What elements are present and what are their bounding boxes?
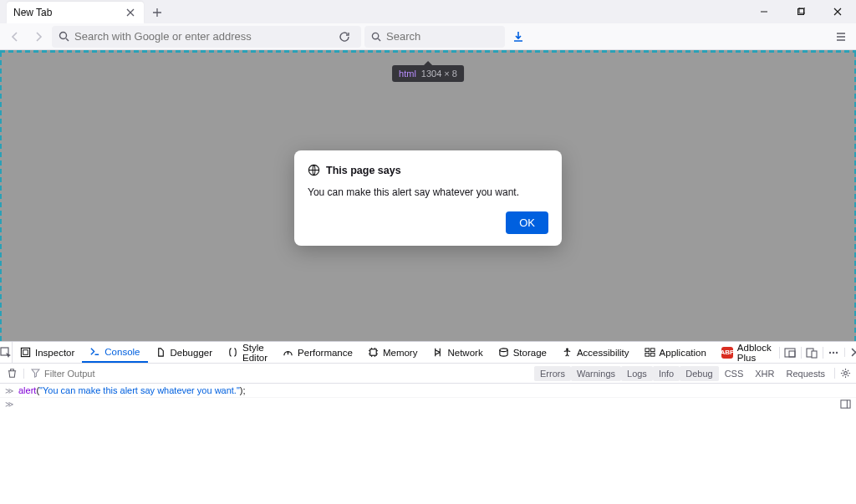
alert-ok-button[interactable]: OK bbox=[506, 211, 548, 234]
search-icon bbox=[371, 32, 381, 42]
tab-style-editor[interactable]: Style Editor bbox=[220, 342, 275, 363]
svg-rect-18 bbox=[812, 351, 817, 358]
responsive-mode-button[interactable] bbox=[801, 347, 823, 359]
new-tab-button[interactable] bbox=[150, 6, 164, 19]
filter-chips: Errors Warnings Logs Info Debug CSS XHR … bbox=[534, 366, 834, 381]
svg-point-22 bbox=[844, 372, 848, 375]
iframe-picker-button[interactable] bbox=[779, 347, 801, 359]
svg-point-3 bbox=[372, 33, 378, 38]
filter-input-wrap[interactable] bbox=[23, 369, 534, 379]
app-menu-button[interactable] bbox=[831, 27, 851, 47]
alert-message: You can make this alert say whatever you… bbox=[308, 186, 548, 198]
chip-info[interactable]: Info bbox=[653, 366, 680, 381]
chip-xhr[interactable]: XHR bbox=[749, 366, 780, 381]
search-input[interactable] bbox=[386, 30, 527, 43]
split-panel-button[interactable] bbox=[840, 399, 851, 410]
nav-bar bbox=[0, 23, 856, 50]
prompt-icon: ≫ bbox=[5, 400, 13, 409]
svg-rect-12 bbox=[650, 349, 655, 352]
tab-adblock[interactable]: ABPAdblock Plus bbox=[714, 342, 779, 363]
devtools-tabs: Inspector Console Debugger Style Editor … bbox=[0, 342, 856, 364]
downloads-button[interactable] bbox=[508, 27, 528, 47]
console-icon bbox=[89, 346, 100, 357]
style-editor-icon bbox=[227, 347, 238, 358]
search-icon bbox=[59, 31, 69, 42]
svg-rect-7 bbox=[23, 350, 28, 355]
globe-icon bbox=[308, 164, 320, 176]
devtools-more-button[interactable] bbox=[823, 347, 844, 359]
performance-icon bbox=[283, 347, 293, 358]
funnel-icon bbox=[31, 369, 40, 378]
chip-requests[interactable]: Requests bbox=[781, 366, 831, 381]
svg-rect-6 bbox=[21, 348, 29, 356]
storage-icon bbox=[498, 347, 509, 358]
prompt-icon: ≫ bbox=[5, 386, 13, 395]
tab-console[interactable]: Console bbox=[82, 342, 147, 363]
console-line: ≫ alert("You can make this alert say wha… bbox=[0, 384, 856, 398]
tab-title: New Tab bbox=[13, 7, 117, 18]
svg-rect-11 bbox=[645, 349, 649, 352]
close-tab-icon[interactable] bbox=[124, 6, 137, 19]
console-code: alert("You can make this alert say whate… bbox=[18, 385, 246, 395]
chip-css[interactable]: CSS bbox=[719, 366, 750, 381]
tab-strip: New Tab bbox=[0, 0, 856, 23]
chip-debug[interactable]: Debug bbox=[680, 366, 718, 381]
search-bar[interactable] bbox=[364, 26, 505, 48]
debugger-icon bbox=[155, 347, 166, 358]
tab-accessibility[interactable]: Accessibility bbox=[554, 342, 637, 363]
alert-dialog: This page says You can make this alert s… bbox=[294, 150, 562, 246]
forward-button[interactable] bbox=[28, 27, 48, 47]
reload-button[interactable] bbox=[334, 27, 354, 47]
tab-inspector[interactable]: Inspector bbox=[13, 342, 82, 363]
tab-memory[interactable]: Memory bbox=[360, 342, 425, 363]
filter-input[interactable] bbox=[44, 369, 534, 379]
chip-logs[interactable]: Logs bbox=[621, 366, 653, 381]
svg-point-19 bbox=[829, 351, 831, 353]
chip-errors[interactable]: Errors bbox=[534, 366, 571, 381]
svg-point-2 bbox=[60, 33, 67, 39]
devtools-panel: Inspector Console Debugger Style Editor … bbox=[0, 341, 856, 504]
inspector-highlight bbox=[0, 50, 856, 53]
inspector-highlight bbox=[0, 50, 2, 341]
back-button[interactable] bbox=[5, 27, 25, 47]
browser-tab[interactable]: New Tab bbox=[7, 2, 144, 23]
tab-application[interactable]: Application bbox=[637, 342, 714, 363]
tab-performance[interactable]: Performance bbox=[275, 342, 360, 363]
element-picker-button[interactable] bbox=[0, 342, 13, 363]
console-output: ≫ alert("You can make this alert say wha… bbox=[0, 384, 856, 504]
tab-network[interactable]: Network bbox=[425, 342, 490, 363]
url-input[interactable] bbox=[74, 30, 329, 43]
svg-point-21 bbox=[836, 351, 838, 353]
window-controls bbox=[746, 0, 856, 23]
tab-debugger[interactable]: Debugger bbox=[148, 342, 221, 363]
close-window-button[interactable] bbox=[819, 0, 856, 23]
minimize-button[interactable] bbox=[746, 0, 782, 23]
page-content: html 1304 × 8 This page says You can mak… bbox=[0, 50, 856, 341]
svg-point-20 bbox=[833, 351, 834, 353]
clear-console-button[interactable] bbox=[0, 368, 23, 379]
alert-title: This page says bbox=[326, 165, 401, 176]
svg-rect-14 bbox=[650, 353, 655, 356]
console-input-line[interactable]: ≫ bbox=[0, 398, 856, 410]
accessibility-icon bbox=[562, 347, 573, 358]
url-bar[interactable] bbox=[52, 26, 361, 48]
memory-icon bbox=[368, 347, 379, 358]
svg-point-10 bbox=[566, 348, 568, 350]
svg-rect-8 bbox=[370, 349, 376, 355]
svg-rect-13 bbox=[645, 353, 649, 356]
svg-point-9 bbox=[499, 349, 507, 352]
network-icon bbox=[432, 347, 443, 358]
maximize-button[interactable] bbox=[782, 0, 819, 23]
tab-storage[interactable]: Storage bbox=[491, 342, 554, 363]
svg-rect-23 bbox=[841, 400, 850, 408]
console-settings-button[interactable] bbox=[834, 368, 856, 379]
tooltip-tag: html bbox=[399, 69, 416, 79]
application-icon bbox=[645, 347, 655, 358]
devtools-close-button[interactable] bbox=[844, 348, 856, 357]
svg-rect-16 bbox=[789, 351, 795, 357]
chip-warnings[interactable]: Warnings bbox=[571, 366, 621, 381]
tooltip-dims: 1304 × 8 bbox=[421, 69, 457, 79]
adblock-icon: ABP bbox=[721, 347, 733, 359]
inspector-icon bbox=[20, 347, 31, 358]
console-filter-bar: Errors Warnings Logs Info Debug CSS XHR … bbox=[0, 364, 856, 384]
